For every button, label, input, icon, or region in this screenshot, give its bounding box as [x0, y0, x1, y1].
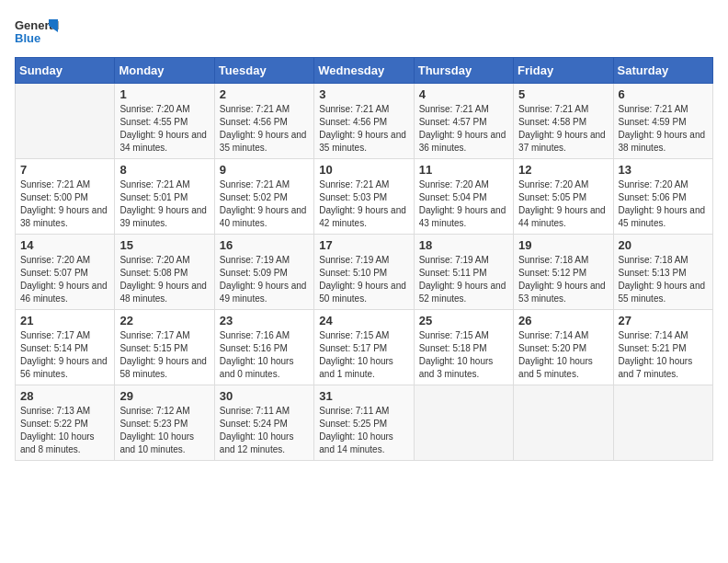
weekday-header-friday: Friday: [514, 58, 613, 84]
day-number: 6: [619, 87, 708, 101]
day-info: Sunrise: 7:20 AM Sunset: 5:05 PM Dayligh…: [518, 178, 608, 230]
logo-svg: GeneralBlue: [15, 15, 61, 50]
calendar-cell: 28Sunrise: 7:13 AM Sunset: 5:22 PM Dayli…: [16, 385, 115, 461]
calendar-cell: 1Sunrise: 7:20 AM Sunset: 4:55 PM Daylig…: [115, 84, 214, 159]
day-number: 14: [20, 238, 109, 252]
day-number: 7: [20, 163, 109, 177]
day-number: 2: [220, 87, 309, 101]
day-info: Sunrise: 7:13 AM Sunset: 5:22 PM Dayligh…: [20, 405, 109, 456]
calendar-cell: 25Sunrise: 7:15 AM Sunset: 5:18 PM Dayli…: [414, 310, 513, 385]
day-number: 10: [319, 163, 408, 177]
calendar-cell: 7Sunrise: 7:21 AM Sunset: 5:00 PM Daylig…: [16, 159, 115, 235]
day-number: 15: [119, 238, 209, 252]
day-info: Sunrise: 7:21 AM Sunset: 4:57 PM Dayligh…: [419, 103, 508, 155]
day-number: 4: [419, 87, 508, 101]
logo: GeneralBlue: [15, 15, 61, 50]
calendar-cell: 20Sunrise: 7:18 AM Sunset: 5:13 PM Dayli…: [613, 235, 712, 310]
calendar-cell: 15Sunrise: 7:20 AM Sunset: 5:08 PM Dayli…: [115, 235, 214, 310]
day-number: 11: [419, 163, 508, 177]
day-info: Sunrise: 7:18 AM Sunset: 5:12 PM Dayligh…: [518, 254, 608, 305]
day-number: 16: [220, 238, 309, 252]
weekday-header-monday: Monday: [115, 58, 214, 84]
day-number: 22: [119, 314, 209, 327]
day-info: Sunrise: 7:14 AM Sunset: 5:20 PM Dayligh…: [518, 329, 608, 381]
calendar-cell: 2Sunrise: 7:21 AM Sunset: 4:56 PM Daylig…: [214, 84, 313, 159]
calendar-cell: [514, 385, 613, 461]
weekday-header-tuesday: Tuesday: [214, 58, 313, 84]
calendar-cell: 13Sunrise: 7:20 AM Sunset: 5:06 PM Dayli…: [613, 159, 712, 235]
calendar-cell: 9Sunrise: 7:21 AM Sunset: 5:02 PM Daylig…: [214, 159, 313, 235]
day-number: 31: [319, 389, 408, 403]
day-info: Sunrise: 7:21 AM Sunset: 4:56 PM Dayligh…: [220, 103, 309, 155]
svg-text:Blue: Blue: [15, 31, 40, 45]
day-info: Sunrise: 7:21 AM Sunset: 4:56 PM Dayligh…: [319, 103, 408, 155]
calendar-cell: 22Sunrise: 7:17 AM Sunset: 5:15 PM Dayli…: [115, 310, 214, 385]
calendar-cell: 4Sunrise: 7:21 AM Sunset: 4:57 PM Daylig…: [414, 84, 513, 159]
weekday-header-row: SundayMondayTuesdayWednesdayThursdayFrid…: [16, 58, 713, 84]
day-info: Sunrise: 7:17 AM Sunset: 5:15 PM Dayligh…: [119, 329, 209, 381]
day-number: 9: [220, 163, 309, 177]
day-number: 8: [119, 163, 209, 177]
day-info: Sunrise: 7:20 AM Sunset: 5:07 PM Dayligh…: [20, 254, 109, 305]
day-number: 20: [619, 238, 708, 252]
calendar-week-row: 21Sunrise: 7:17 AM Sunset: 5:14 PM Dayli…: [16, 310, 713, 385]
weekday-header-wednesday: Wednesday: [314, 58, 414, 84]
day-info: Sunrise: 7:21 AM Sunset: 5:02 PM Dayligh…: [220, 178, 309, 230]
calendar-cell: 17Sunrise: 7:19 AM Sunset: 5:10 PM Dayli…: [314, 235, 414, 310]
calendar-week-row: 28Sunrise: 7:13 AM Sunset: 5:22 PM Dayli…: [16, 385, 713, 461]
day-info: Sunrise: 7:15 AM Sunset: 5:17 PM Dayligh…: [319, 329, 408, 381]
day-number: 1: [119, 87, 209, 101]
day-info: Sunrise: 7:11 AM Sunset: 5:24 PM Dayligh…: [220, 405, 309, 456]
day-number: 13: [619, 163, 708, 177]
day-number: 21: [20, 314, 109, 327]
calendar-cell: 30Sunrise: 7:11 AM Sunset: 5:24 PM Dayli…: [214, 385, 313, 461]
day-info: Sunrise: 7:21 AM Sunset: 5:03 PM Dayligh…: [319, 178, 408, 230]
calendar-cell: 16Sunrise: 7:19 AM Sunset: 5:09 PM Dayli…: [214, 235, 313, 310]
day-info: Sunrise: 7:18 AM Sunset: 5:13 PM Dayligh…: [619, 254, 708, 305]
day-number: 3: [319, 87, 408, 101]
calendar-cell: 21Sunrise: 7:17 AM Sunset: 5:14 PM Dayli…: [16, 310, 115, 385]
calendar-cell: 12Sunrise: 7:20 AM Sunset: 5:05 PM Dayli…: [514, 159, 613, 235]
day-info: Sunrise: 7:11 AM Sunset: 5:25 PM Dayligh…: [319, 405, 408, 456]
calendar-cell: 31Sunrise: 7:11 AM Sunset: 5:25 PM Dayli…: [314, 385, 414, 461]
day-number: 28: [20, 389, 109, 403]
day-info: Sunrise: 7:20 AM Sunset: 5:06 PM Dayligh…: [619, 178, 708, 230]
day-number: 26: [518, 314, 608, 327]
header: GeneralBlue: [15, 15, 713, 50]
day-number: 25: [419, 314, 508, 327]
calendar-cell: 14Sunrise: 7:20 AM Sunset: 5:07 PM Dayli…: [16, 235, 115, 310]
weekday-header-sunday: Sunday: [16, 58, 115, 84]
day-info: Sunrise: 7:17 AM Sunset: 5:14 PM Dayligh…: [20, 329, 109, 381]
calendar-cell: [414, 385, 513, 461]
day-info: Sunrise: 7:21 AM Sunset: 5:01 PM Dayligh…: [119, 178, 209, 230]
calendar-cell: 24Sunrise: 7:15 AM Sunset: 5:17 PM Dayli…: [314, 310, 414, 385]
day-info: Sunrise: 7:15 AM Sunset: 5:18 PM Dayligh…: [419, 329, 508, 381]
calendar-cell: 11Sunrise: 7:20 AM Sunset: 5:04 PM Dayli…: [414, 159, 513, 235]
day-number: 30: [220, 389, 309, 403]
calendar-cell: 19Sunrise: 7:18 AM Sunset: 5:12 PM Dayli…: [514, 235, 613, 310]
day-info: Sunrise: 7:14 AM Sunset: 5:21 PM Dayligh…: [619, 329, 708, 381]
calendar-cell: [613, 385, 712, 461]
calendar-cell: 5Sunrise: 7:21 AM Sunset: 4:58 PM Daylig…: [514, 84, 613, 159]
day-number: 18: [419, 238, 508, 252]
day-number: 5: [518, 87, 608, 101]
day-number: 24: [319, 314, 408, 327]
day-number: 19: [518, 238, 608, 252]
day-number: 17: [319, 238, 408, 252]
calendar-cell: 6Sunrise: 7:21 AM Sunset: 4:59 PM Daylig…: [613, 84, 712, 159]
day-info: Sunrise: 7:21 AM Sunset: 5:00 PM Dayligh…: [20, 178, 109, 230]
calendar-cell: 23Sunrise: 7:16 AM Sunset: 5:16 PM Dayli…: [214, 310, 313, 385]
day-info: Sunrise: 7:12 AM Sunset: 5:23 PM Dayligh…: [119, 405, 209, 456]
day-number: 23: [220, 314, 309, 327]
day-info: Sunrise: 7:20 AM Sunset: 5:08 PM Dayligh…: [119, 254, 209, 305]
day-info: Sunrise: 7:21 AM Sunset: 4:58 PM Dayligh…: [518, 103, 608, 155]
calendar-cell: [16, 84, 115, 159]
calendar-table: SundayMondayTuesdayWednesdayThursdayFrid…: [15, 57, 713, 461]
calendar-cell: 26Sunrise: 7:14 AM Sunset: 5:20 PM Dayli…: [514, 310, 613, 385]
day-info: Sunrise: 7:19 AM Sunset: 5:11 PM Dayligh…: [419, 254, 508, 305]
calendar-cell: 10Sunrise: 7:21 AM Sunset: 5:03 PM Dayli…: [314, 159, 414, 235]
day-info: Sunrise: 7:21 AM Sunset: 4:59 PM Dayligh…: [619, 103, 708, 155]
day-number: 27: [619, 314, 708, 327]
day-info: Sunrise: 7:19 AM Sunset: 5:10 PM Dayligh…: [319, 254, 408, 305]
day-number: 12: [518, 163, 608, 177]
